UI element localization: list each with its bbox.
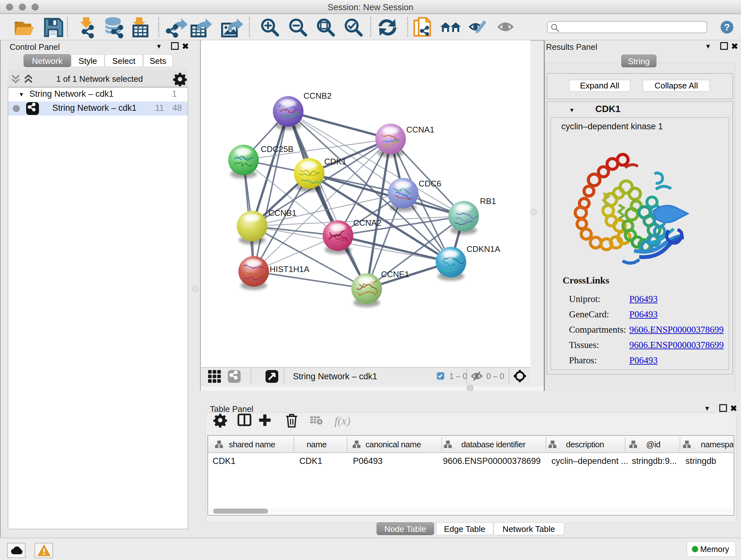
svg-text:CDK1: CDK1: [324, 157, 346, 166]
svg-text:name: name: [307, 440, 327, 449]
svg-text:0 – 0: 0 – 0: [486, 372, 504, 381]
svg-text:CCNE1: CCNE1: [381, 269, 409, 279]
svg-text:String Network – cdk1: String Network – cdk1: [293, 372, 377, 381]
svg-text:CCNA2: CCNA2: [353, 218, 381, 228]
svg-text:database identifier: database identifier: [461, 440, 526, 449]
svg-text:canonical name: canonical name: [365, 440, 421, 449]
svg-text:@id: @id: [646, 440, 661, 449]
svg-text:CCNA1: CCNA1: [406, 125, 434, 134]
svg-text:CCNB2: CCNB2: [304, 91, 332, 101]
svg-text:1 – 0: 1 – 0: [449, 372, 467, 381]
svg-text:CCNB1: CCNB1: [268, 208, 296, 218]
svg-text:f(x): f(x): [334, 415, 350, 427]
svg-text:namespace: namespace: [701, 440, 733, 449]
svg-text:shared name: shared name: [229, 440, 275, 449]
svg-text:RB1: RB1: [480, 196, 496, 206]
svg-text:HIST1H1A: HIST1H1A: [270, 264, 310, 274]
svg-text:CDC6: CDC6: [419, 179, 441, 188]
svg-text:CDC25B: CDC25B: [261, 144, 293, 154]
svg-text:description: description: [566, 440, 604, 449]
svg-text:CDKN1A: CDKN1A: [467, 244, 500, 254]
